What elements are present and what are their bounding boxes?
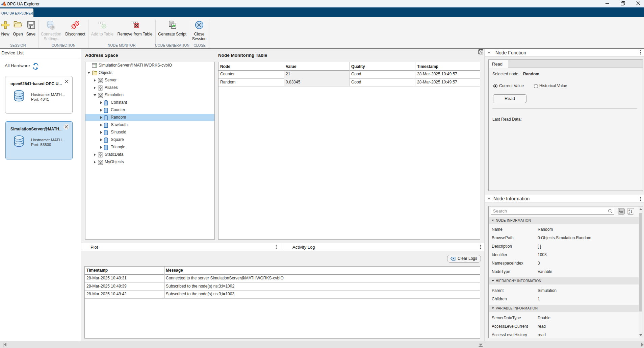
svg-text:Z: Z <box>628 212 630 214</box>
svg-text:A: A <box>628 209 630 212</box>
